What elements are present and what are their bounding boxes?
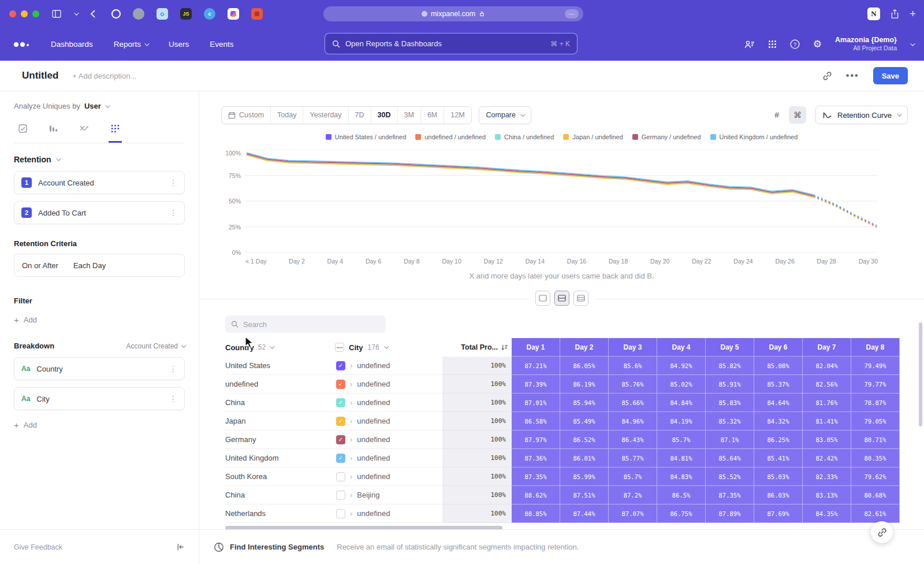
day-value-cell[interactable]: 79.77% bbox=[851, 375, 900, 394]
day-value-cell[interactable]: 85.37% bbox=[754, 375, 803, 394]
column-header-day[interactable]: Day 1 bbox=[512, 338, 560, 357]
column-header-total[interactable]: Total Pro... bbox=[442, 338, 512, 357]
chart-type-selector[interactable]: Retention Curve bbox=[815, 106, 908, 124]
day-value-cell[interactable]: 85.76% bbox=[609, 375, 657, 394]
expand-chevron-icon[interactable]: › bbox=[350, 435, 352, 444]
tab-retention[interactable] bbox=[109, 121, 122, 143]
day-value-cell[interactable]: 86.19% bbox=[560, 375, 609, 394]
day-value-cell[interactable]: 81.41% bbox=[803, 412, 851, 431]
column-header-day[interactable]: Day 2 bbox=[560, 338, 609, 357]
day-value-cell[interactable]: 86.05% bbox=[560, 357, 609, 375]
project-selector[interactable]: Amazonia {Demo} All Project Data bbox=[835, 36, 897, 53]
row-checkbox[interactable] bbox=[336, 472, 345, 481]
legend-item[interactable]: United Kingdom / undefined bbox=[710, 133, 798, 140]
column-header-day[interactable]: Day 7 bbox=[803, 338, 851, 357]
table-search-input[interactable] bbox=[243, 320, 380, 329]
clock-extension-icon[interactable] bbox=[111, 9, 121, 18]
segments-title[interactable]: Find Interesting Segments bbox=[230, 543, 324, 551]
retention-section-header[interactable]: Retention bbox=[14, 155, 185, 164]
range-button-7d[interactable]: 7D bbox=[348, 107, 371, 124]
range-button-3m[interactable]: 3M bbox=[397, 107, 420, 124]
day-value-cell[interactable]: 85.52% bbox=[706, 467, 754, 486]
day-value-cell[interactable]: 82.56% bbox=[803, 375, 851, 394]
day-value-cell[interactable]: 80.71% bbox=[851, 431, 900, 449]
tab-insights[interactable] bbox=[16, 121, 29, 143]
day-value-cell[interactable]: 83.13% bbox=[803, 486, 851, 504]
day-value-cell[interactable]: 86.01% bbox=[560, 449, 609, 467]
day-value-cell[interactable]: 85.49% bbox=[560, 412, 609, 431]
day-value-cell[interactable]: 87.51% bbox=[560, 486, 609, 504]
day-value-cell[interactable]: 85.41% bbox=[754, 449, 803, 467]
day-value-cell[interactable]: 84.64% bbox=[754, 394, 803, 412]
day-value-cell[interactable]: 87.97% bbox=[512, 431, 560, 449]
table-search[interactable] bbox=[225, 316, 386, 333]
column-header-day[interactable]: Day 5 bbox=[706, 338, 754, 357]
range-button-today[interactable]: Today bbox=[270, 107, 303, 124]
day-value-cell[interactable]: 87.69% bbox=[754, 504, 803, 523]
day-value-cell[interactable]: 85.08% bbox=[754, 357, 803, 375]
day-value-cell[interactable]: 84.84% bbox=[657, 394, 706, 412]
share-link-button[interactable] bbox=[871, 521, 893, 543]
expand-chevron-icon[interactable]: › bbox=[350, 491, 352, 499]
day-value-cell[interactable]: 79.49% bbox=[851, 357, 900, 375]
day-value-cell[interactable]: 87.39% bbox=[512, 375, 560, 394]
criteria-condition[interactable]: On or After bbox=[22, 261, 58, 270]
apps-grid-icon[interactable] bbox=[768, 40, 777, 49]
expand-chevron-icon[interactable]: › bbox=[350, 454, 352, 462]
day-value-cell[interactable]: 84.96% bbox=[609, 412, 657, 431]
js-extension-icon[interactable]: JS bbox=[180, 8, 192, 20]
address-bar[interactable]: mixpanel.com ⋯ bbox=[323, 6, 583, 21]
nav-item-dashboards[interactable]: Dashboards bbox=[51, 40, 93, 49]
day-value-cell[interactable]: 88.62% bbox=[512, 486, 560, 504]
day-value-cell[interactable]: 82.04% bbox=[803, 357, 851, 375]
day-value-cell[interactable]: 81.76% bbox=[803, 394, 851, 412]
day-value-cell[interactable]: 87.2% bbox=[609, 486, 657, 504]
column-header-day[interactable]: Day 4 bbox=[657, 338, 706, 357]
breakdown-card-city[interactable]: Aa City ⋮ bbox=[14, 387, 185, 410]
day-value-cell[interactable]: 87.44% bbox=[560, 504, 609, 523]
row-checkbox[interactable]: ✓ bbox=[336, 435, 345, 444]
breakdown-options-icon[interactable]: ⋮ bbox=[169, 394, 177, 403]
column-header-day[interactable]: Day 3 bbox=[609, 338, 657, 357]
notion-extension-icon[interactable]: N bbox=[867, 8, 880, 20]
day-value-cell[interactable]: 80.35% bbox=[851, 449, 900, 467]
day-value-cell[interactable]: 80.68% bbox=[851, 486, 900, 504]
row-checkbox[interactable]: ✓ bbox=[336, 398, 345, 407]
breakdown-options-icon[interactable]: ⋮ bbox=[169, 364, 177, 373]
legend-item[interactable]: China / undefined bbox=[495, 133, 554, 140]
row-checkbox[interactable]: ✓ bbox=[336, 361, 345, 370]
day-value-cell[interactable]: 87.89% bbox=[706, 504, 754, 523]
day-value-cell[interactable]: 86.58% bbox=[512, 412, 560, 431]
range-button-yesterday[interactable]: Yesterday bbox=[303, 107, 348, 124]
day-value-cell[interactable]: 85.32% bbox=[706, 412, 754, 431]
address-more-icon[interactable]: ⋯ bbox=[565, 9, 579, 18]
gray-extension-icon[interactable] bbox=[133, 8, 144, 20]
column-header-day[interactable]: Day 8 bbox=[851, 338, 900, 357]
row-checkbox[interactable]: ✓ bbox=[336, 454, 345, 463]
box-extension-icon[interactable]: ◇ bbox=[157, 8, 168, 20]
column-header-day[interactable]: Day 6 bbox=[754, 338, 803, 357]
range-button-6m[interactable]: 6M bbox=[420, 107, 444, 124]
more-options-icon[interactable]: ••• bbox=[846, 70, 859, 81]
day-value-cell[interactable]: 85.91% bbox=[706, 375, 754, 394]
legend-item[interactable]: Japan / undefined bbox=[563, 133, 623, 140]
legend-item[interactable]: undefined / undefined bbox=[415, 133, 486, 140]
expand-chevron-icon[interactable]: › bbox=[350, 509, 352, 518]
day-value-cell[interactable]: 85.83% bbox=[706, 394, 754, 412]
retention-chart[interactable] bbox=[245, 150, 878, 253]
share-icon[interactable] bbox=[891, 9, 899, 18]
day-value-cell[interactable]: 78.87% bbox=[851, 394, 900, 412]
day-value-cell[interactable]: 87.1% bbox=[706, 431, 754, 449]
legend-item[interactable]: United States / undefined bbox=[326, 133, 407, 140]
day-value-cell[interactable]: 85.77% bbox=[609, 449, 657, 467]
day-value-cell[interactable]: 87.01% bbox=[512, 394, 560, 412]
sidebar-toggle-icon[interactable] bbox=[52, 10, 61, 18]
help-icon[interactable]: ? bbox=[790, 39, 800, 49]
orange-extension-icon[interactable] bbox=[251, 8, 263, 20]
column-header-country[interactable]: Country 52 bbox=[225, 338, 335, 357]
select-all-checkbox[interactable]: — bbox=[335, 343, 344, 352]
day-value-cell[interactable]: 84.81% bbox=[657, 449, 706, 467]
day-value-cell[interactable]: 88.85% bbox=[512, 504, 560, 523]
day-value-cell[interactable]: 79.05% bbox=[851, 412, 900, 431]
density-compact-icon[interactable] bbox=[573, 291, 588, 306]
